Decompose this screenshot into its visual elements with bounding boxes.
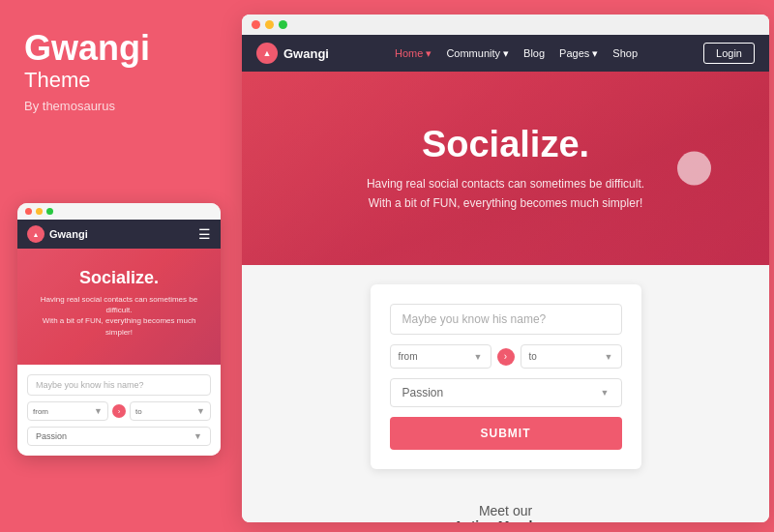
left-panel: Gwangi Theme By themosaurus Gwangi ☰ Soc…: [0, 0, 237, 532]
mobile-mockup: Gwangi ☰ Socialize. Having real social c…: [17, 203, 221, 456]
mockup-dot-red: [25, 208, 32, 215]
mockup-name-input[interactable]: Maybe you know his name?: [27, 374, 211, 396]
mockup-age-selects: from ▼ › to ▼: [27, 401, 211, 421]
search-card: Maybe you know his name? from ▼ › to ▼ P…: [371, 284, 641, 469]
mockup-from-select[interactable]: from ▼: [27, 401, 108, 421]
desktop-nav-logo-icon: [256, 43, 278, 64]
mockup-form: Maybe you know his name? from ▼ › to ▼ P…: [17, 365, 221, 456]
brand-title: Gwangi: [24, 29, 213, 68]
mockup-to-select[interactable]: to ▼: [130, 401, 211, 421]
desktop-hero: Socialize. Having real social contacts c…: [242, 72, 769, 265]
submit-button[interactable]: SUBMIT: [390, 417, 622, 450]
mockup-nav: Gwangi ☰: [17, 220, 221, 249]
brand-by: By themosaurus: [24, 99, 213, 113]
mockup-dot-yellow: [36, 208, 43, 215]
name-search-input[interactable]: Maybe you know his name?: [390, 304, 622, 335]
members-section: Meet our Active Members 👩 👨 👩 👨 👤: [242, 488, 769, 522]
desktop-nav-brand-text: Gwangi: [283, 46, 329, 61]
age-range-row: from ▼ › to ▼: [390, 344, 622, 369]
mockup-dot-green: [46, 208, 53, 215]
desktop-nav: Gwangi Home ▾ Community ▾ Blog Pages ▾ S…: [242, 35, 769, 72]
desktop-preview: Gwangi Home ▾ Community ▾ Blog Pages ▾ S…: [242, 15, 769, 522]
members-title: Meet our Active Members: [256, 503, 755, 522]
desktop-dot-red: [252, 20, 260, 29]
arrow-right-icon: ›: [112, 404, 126, 418]
mockup-nav-logo-icon: [27, 225, 45, 243]
chevron-down-icon-to: ▼: [196, 406, 205, 416]
search-section: Maybe you know his name? from ▼ › to ▼ P…: [242, 265, 769, 488]
desktop-dot-green: [279, 20, 287, 29]
desktop-nav-brand: Gwangi: [256, 43, 329, 64]
nav-link-home[interactable]: Home ▾: [395, 47, 432, 60]
mockup-hero: Socialize. Having real social contacts c…: [17, 249, 221, 365]
to-select[interactable]: to ▼: [521, 344, 622, 369]
desktop-dot-yellow: [265, 20, 274, 29]
mockup-dots: [17, 203, 221, 220]
arrow-right-icon: ›: [497, 348, 515, 366]
desktop-hero-title: Socialize.: [367, 124, 644, 165]
hero-circle-decoration: [677, 152, 711, 186]
chevron-down-passion-icon: ▼: [194, 431, 202, 441]
brand-subtitle: Theme: [24, 68, 213, 93]
chevron-to-icon: ▼: [605, 352, 613, 362]
nav-link-blog[interactable]: Blog: [523, 47, 545, 59]
login-button[interactable]: Login: [703, 43, 755, 64]
desktop-hero-text: Having real social contacts can sometime…: [367, 175, 644, 212]
passion-select[interactable]: Passion ▼: [390, 378, 622, 407]
desktop-dots: [242, 15, 769, 35]
mockup-hero-text: Having real social contacts can sometime…: [32, 294, 206, 338]
nav-link-community[interactable]: Community ▾: [446, 47, 509, 60]
mockup-hero-title: Socialize.: [32, 268, 206, 288]
mockup-passion-select[interactable]: Passion ▼: [27, 427, 211, 446]
chevron-down-icon: ▼: [94, 406, 103, 416]
from-select[interactable]: from ▼: [390, 344, 491, 369]
desktop-hero-content: Socialize. Having real social contacts c…: [367, 124, 644, 212]
chevron-passion-icon: ▼: [601, 388, 610, 398]
chevron-from-icon: ▼: [474, 352, 483, 362]
nav-link-shop[interactable]: Shop: [612, 47, 638, 59]
mockup-nav-brand-text: Gwangi: [49, 228, 88, 240]
nav-link-pages[interactable]: Pages ▾: [559, 47, 598, 60]
mockup-nav-brand: Gwangi: [27, 225, 88, 243]
hamburger-icon[interactable]: ☰: [198, 226, 211, 242]
desktop-nav-links: Home ▾ Community ▾ Blog Pages ▾ Shop: [395, 47, 638, 60]
